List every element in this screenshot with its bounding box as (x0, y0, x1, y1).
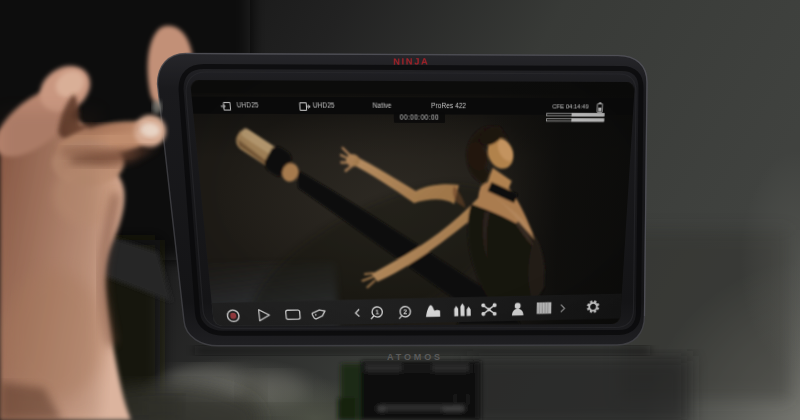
svg-text:ATOMOS: ATOMOS (387, 352, 443, 362)
svg-text:NINJA: NINJA (393, 56, 429, 66)
